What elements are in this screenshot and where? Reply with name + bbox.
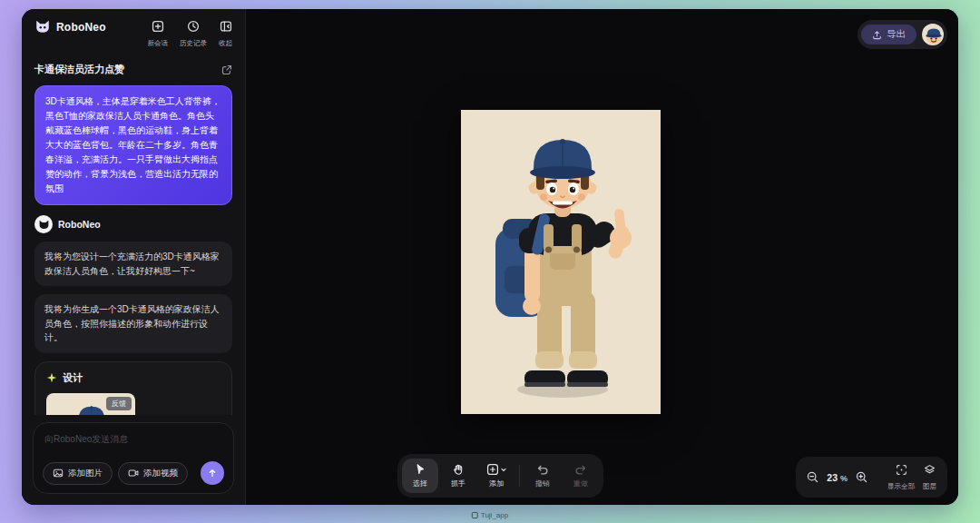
message-composer: 向RoboNeo发送消息 添加图片 添加视频	[33, 422, 234, 494]
export-button[interactable]: 导出	[861, 25, 916, 44]
select-tool-label: 选择	[413, 479, 427, 488]
sidebar: RoboNeo 新会话 历史记录	[22, 9, 246, 505]
fit-view-button[interactable]: 显示全部	[887, 463, 915, 491]
assistant-name: RoboNeo	[58, 219, 101, 230]
send-button[interactable]	[201, 461, 224, 485]
canvas-toolbar: 选择 抓手 添加 撤销 重做	[397, 454, 603, 498]
redo-button[interactable]: 重做	[563, 459, 599, 493]
roboneo-logo-icon	[34, 20, 51, 34]
design-card-header: 设计	[46, 371, 220, 385]
arrow-up-icon	[207, 468, 218, 479]
export-icon	[872, 30, 882, 40]
history-button[interactable]: 历史记录	[180, 20, 207, 48]
select-tool[interactable]: 选择	[402, 459, 438, 493]
design-result-thumbnail[interactable]: 反馈	[46, 393, 135, 416]
layers-button[interactable]: 图层	[923, 463, 936, 491]
add-image-button[interactable]: 添加图片	[43, 462, 113, 485]
image-icon	[53, 468, 64, 479]
zoom-controls: 23 % 显示全部 图层	[796, 457, 947, 498]
undo-icon	[536, 463, 549, 476]
assistant-message: 我将为你生成一个3D卡通风格的家政保洁人员角色，按照你描述的形象和动作进行设计。	[34, 294, 232, 353]
video-icon	[128, 468, 139, 479]
conversation-title-row: 卡通保洁员活力点赞	[22, 48, 245, 84]
new-chat-label: 新会话	[148, 39, 169, 48]
editor-canvas[interactable]: 导出 选择 抓手 添加	[246, 9, 958, 505]
new-chat-button[interactable]: 新会话	[148, 20, 169, 48]
add-image-label: 添加图片	[68, 468, 103, 479]
redo-icon	[574, 463, 587, 476]
undo-button[interactable]: 撤销	[524, 459, 561, 493]
chevron-down-icon	[501, 468, 506, 472]
add-tool[interactable]: 添加	[478, 459, 514, 493]
watermark-text: Tuji_app	[481, 511, 508, 519]
layers-label: 图层	[923, 482, 936, 491]
layers-icon	[924, 463, 936, 479]
conversation-title: 卡通保洁员活力点赞	[34, 63, 124, 76]
sparkle-icon	[46, 372, 57, 383]
collapse-icon	[220, 20, 232, 36]
hand-tool[interactable]: 抓手	[440, 459, 476, 493]
user-prompt-bubble: 3D卡通风格，主体是穿着米色工人背带裤，黑色T恤的家政保洁人员卡通角色。角色头戴…	[34, 85, 232, 205]
watermark-logo-icon	[472, 512, 478, 518]
history-label: 历史记录	[180, 39, 207, 48]
generated-image[interactable]	[461, 110, 661, 414]
sidebar-header: RoboNeo 新会话 历史记录	[22, 9, 245, 48]
add-tool-label: 添加	[489, 479, 504, 488]
add-video-button[interactable]: 添加视频	[118, 462, 188, 485]
add-icon	[486, 463, 499, 476]
cursor-icon	[414, 463, 426, 476]
canvas-topbar: 导出	[858, 20, 947, 49]
add-video-label: 添加视频	[143, 468, 178, 479]
zoom-in-icon[interactable]	[856, 471, 867, 483]
conversation-scroll: 3D卡通风格，主体是穿着米色工人背带裤，黑色T恤的家政保洁人员卡通角色。角色头戴…	[22, 84, 245, 415]
fit-view-label: 显示全部	[887, 482, 915, 491]
export-label: 导出	[887, 28, 906, 41]
collapse-label: 收起	[219, 39, 232, 48]
zoom-unit: %	[840, 474, 848, 483]
feedback-badge[interactable]: 反馈	[106, 397, 132, 410]
composer-actions-row: 添加图片 添加视频	[43, 461, 224, 485]
history-icon	[187, 20, 200, 36]
zoom-percent: 23 %	[827, 472, 848, 483]
design-title: 设计	[63, 371, 83, 385]
collapse-sidebar-button[interactable]: 收起	[219, 20, 232, 48]
redo-label: 重做	[573, 479, 588, 488]
new-chat-icon	[152, 20, 164, 36]
watermark: Tuji_app	[472, 511, 508, 519]
assistant-message: 我将为您设计一个充满活力的3D卡通风格家政保洁人员角色，让我好好构思一下~	[34, 242, 232, 286]
fit-view-icon	[896, 463, 907, 479]
zoom-value: 23	[827, 472, 838, 483]
assistant-avatar	[34, 215, 53, 233]
assistant-row: RoboNeo	[34, 215, 232, 233]
sidebar-actions: 新会话 历史记录 收起	[148, 20, 233, 48]
share-icon[interactable]	[221, 64, 232, 75]
undo-label: 撤销	[535, 479, 550, 488]
hand-tool-label: 抓手	[451, 479, 466, 488]
zoom-out-icon[interactable]	[807, 471, 818, 483]
hand-icon	[452, 463, 465, 476]
toolbar-divider	[519, 465, 520, 487]
brand: RoboNeo	[34, 20, 106, 34]
brand-name: RoboNeo	[56, 21, 106, 34]
message-input[interactable]: 向RoboNeo发送消息	[43, 432, 224, 447]
app-window: RoboNeo 新会话 历史记录	[22, 9, 958, 505]
design-card: 设计 反馈	[34, 361, 232, 416]
account-avatar[interactable]	[922, 24, 944, 45]
